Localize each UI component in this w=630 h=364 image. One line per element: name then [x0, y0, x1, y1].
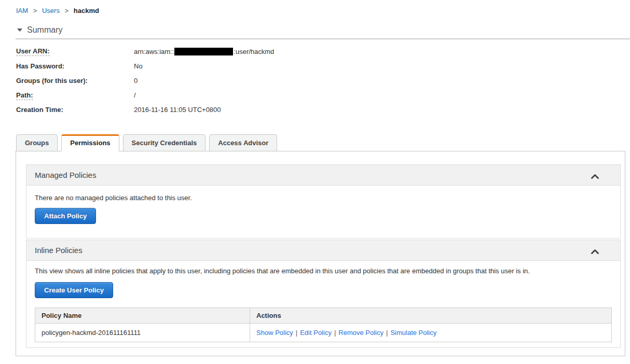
managed-policies-title: Managed Policies — [35, 171, 96, 179]
create-user-policy-button[interactable]: Create User Policy — [35, 282, 113, 298]
inline-policies-description: This view shows all inline policies that… — [35, 267, 612, 275]
groups-value: 0 — [134, 77, 138, 85]
inline-policies-title: Inline Policies — [35, 246, 83, 255]
breadcrumb-separator: > — [65, 7, 69, 15]
breadcrumb-current-user: hackmd — [74, 7, 99, 15]
creation-time-value: 2016-11-16 11:05 UTC+0800 — [134, 106, 221, 114]
attach-policy-button[interactable]: Attach Policy — [35, 208, 96, 224]
breadcrumb-link-iam[interactable]: IAM — [16, 7, 28, 15]
field-row-creation-time: Creation Time: 2016-11-16 11:05 UTC+0800 — [16, 106, 630, 114]
user-arn-label: User ARN: — [16, 48, 134, 55]
has-password-label: Has Password: — [16, 63, 134, 70]
breadcrumb-separator: > — [33, 7, 37, 15]
chevron-up-icon[interactable] — [591, 172, 599, 181]
inline-policies-table: Policy Name Actions policygen-hackmd-201… — [35, 307, 612, 342]
summary-section-header: Summary — [17, 25, 630, 35]
summary-divider — [16, 38, 630, 39]
policy-name-cell: policygen-hackmd-201611161111 — [35, 324, 250, 342]
field-row-has-password: Has Password: No — [16, 63, 630, 70]
user-arn-value: arn:aws:iam:::user/hackmd — [134, 48, 274, 55]
inline-policies-section: Inline Policies This view shows all inli… — [26, 240, 621, 348]
breadcrumb-link-users[interactable]: Users — [42, 7, 60, 15]
table-header-row: Policy Name Actions — [35, 308, 612, 324]
action-separator: | — [334, 329, 336, 337]
column-header-policy-name: Policy Name — [35, 308, 250, 324]
tab-permissions[interactable]: Permissions — [61, 134, 119, 151]
inline-policies-body: This view shows all inline policies that… — [26, 261, 620, 347]
tab-content-panel: Managed Policies There are no managed po… — [16, 151, 625, 356]
column-header-actions: Actions — [250, 308, 612, 324]
groups-label: Groups (for this user): — [16, 77, 134, 85]
collapse-triangle-icon[interactable] — [17, 29, 22, 32]
path-label: Path: — [16, 92, 134, 99]
field-row-path: Path: / — [16, 92, 630, 99]
field-row-groups: Groups (for this user): 0 — [16, 77, 630, 85]
chevron-up-icon[interactable] — [591, 247, 599, 256]
managed-policies-section: Managed Policies There are no managed po… — [26, 164, 621, 239]
has-password-value: No — [134, 63, 143, 70]
path-value: / — [134, 92, 136, 99]
field-row-user-arn: User ARN: arn:aws:iam:::user/hackmd — [16, 48, 630, 55]
simulate-policy-link[interactable]: Simulate Policy — [390, 329, 436, 337]
policy-actions-cell: Show Policy|Edit Policy|Remove Policy|Si… — [250, 324, 612, 342]
managed-policies-body: There are no managed policies attached t… — [26, 186, 620, 238]
summary-fields: User ARN: arn:aws:iam:::user/hackmd Has … — [16, 48, 630, 114]
remove-policy-link[interactable]: Remove Policy — [338, 329, 384, 337]
managed-policies-empty-text: There are no managed policies attached t… — [35, 194, 612, 202]
tab-groups[interactable]: Groups — [16, 134, 58, 151]
redacted-account-id — [174, 48, 233, 55]
tab-bar: Groups Permissions Security Credentials … — [16, 134, 630, 151]
action-separator: | — [296, 329, 297, 337]
show-policy-link[interactable]: Show Policy — [256, 329, 293, 337]
breadcrumb: IAM > Users > hackmd — [16, 7, 630, 15]
managed-policies-header[interactable]: Managed Policies — [26, 165, 620, 186]
iam-user-detail-page: IAM > Users > hackmd Summary User ARN: a… — [0, 0, 630, 356]
tab-access-advisor[interactable]: Access Advisor — [209, 134, 277, 151]
edit-policy-link[interactable]: Edit Policy — [300, 329, 332, 337]
inline-policies-header[interactable]: Inline Policies — [26, 240, 620, 261]
creation-time-label: Creation Time: — [16, 106, 134, 114]
table-row: policygen-hackmd-201611161111 Show Polic… — [35, 324, 612, 342]
tab-security-credentials[interactable]: Security Credentials — [123, 134, 206, 151]
summary-title: Summary — [27, 25, 62, 35]
action-separator: | — [386, 329, 388, 337]
